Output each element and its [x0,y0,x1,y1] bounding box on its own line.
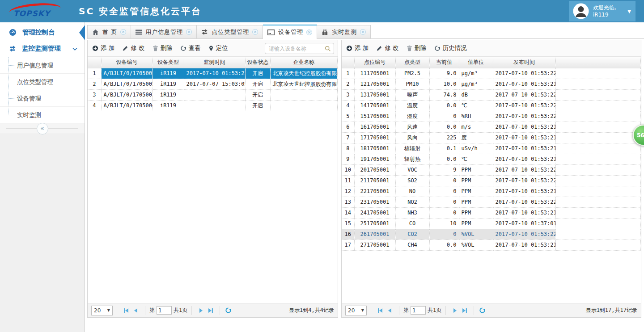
table-cell: 9.0 [429,68,459,79]
point-pagination: 20 ▼ 第 共1页 [342,303,641,317]
table-cell: 191705001 [354,154,395,164]
sidebar-item-point-type[interactable]: 点位类型管理 [0,74,85,90]
history-button[interactable]: 历史情况 [434,44,467,52]
sidebar-item-device-mgmt[interactable]: 设备管理 [0,90,85,107]
divider [191,306,192,315]
view-button[interactable]: 查看 [180,44,201,52]
table-row[interactable]: 15251705001CO10PPM2017-07-10 01:37:01 [342,218,641,229]
filler-cell [555,143,641,154]
table-row[interactable]: 17271705001CH40.0%VOL2017-07-10 01:53:21 [342,240,641,250]
collapse-sidebar-button[interactable]: « [37,123,48,134]
close-tab-icon[interactable]: × [186,29,192,35]
close-tab-icon[interactable]: × [252,29,258,35]
sidebar-item-user-info[interactable]: 用户信息管理 [0,57,85,74]
page-size-select[interactable]: 20 ▼ [345,306,367,315]
table-row[interactable]: 16261705001CO20%VOL2017-07-10 01:53:22 [342,229,641,240]
close-tab-icon[interactable]: × [306,29,312,35]
table-cell: 2017-07-10 01:53:21 [493,132,555,143]
table-row[interactable]: 13231705001NO20PPM2017-07-10 01:53:22 [342,197,641,207]
add-button[interactable]: 添 加 [346,44,369,52]
page-title: SC 安全监管信息化云平台 [79,5,202,17]
last-page-button[interactable] [462,307,468,314]
table-row[interactable]: 8181705001核辐射0.1uSv/h2017-07-10 01:53:21 [342,143,641,154]
table-row[interactable]: 3A/BJLT/0/1705003iR119开启 [88,89,338,100]
filler-cell [555,111,641,122]
point-table-area: 点位编号点类型当前值值单位发布时间1111705001PM2.59.0μg/m³… [342,57,641,303]
table-cell: %RH [459,111,493,122]
page-prefix-label: 第 [149,307,155,314]
table-row[interactable]: 4A/BJLT/0/1705004iR119开启 [88,100,338,111]
page-number-input[interactable] [411,306,426,315]
table-row[interactable]: 6161705001风速0.0m/s2017-07-10 01:53:21 [342,122,641,132]
tab-point-type[interactable]: 点位类型管理 × [197,25,263,38]
next-page-button[interactable] [198,307,204,314]
sidebar-collapse-bar: « [0,123,85,134]
next-page-button[interactable] [452,307,458,314]
first-page-button[interactable] [123,307,129,314]
delete-button[interactable]: 删除 [153,44,173,52]
table-row[interactable]: 3131705001噪声74.8dB2017-07-10 01:53:22 [342,89,641,100]
prev-page-icon [387,307,393,314]
table-cell: uSv/h [459,143,493,154]
edit-button[interactable]: 修 改 [122,44,144,52]
table-row[interactable]: 1A/BJLT/0/1705001iR1192017-07-10 01:53:2… [88,68,338,79]
delete-button[interactable]: 删除 [407,44,427,52]
user-menu[interactable]: 欢迎光临, iR119 ▼ [569,1,636,21]
table-cell: 开启 [245,89,270,100]
sidebar-item-realtime[interactable]: 实时监测 [0,107,85,123]
device-search-input[interactable] [265,46,325,52]
table-row[interactable]: 11211705001SO20PPM2017-07-10 01:53:22 [342,175,641,186]
row-number-cell: 17 [342,240,354,250]
tab-home[interactable]: 首 页 × [87,25,131,38]
prev-page-button[interactable] [387,307,393,314]
table-cell: PM10 [395,79,429,89]
table-cell: 2017-07-10 01:53:22 [184,68,245,79]
sidebar-monitor-label: 监控监测管理 [22,44,61,53]
table-cell: CH4 [395,240,429,250]
user-dropdown-caret-icon[interactable]: ▼ [627,9,631,14]
page-number-input[interactable] [157,306,172,315]
table-cell: 0 [429,111,459,122]
close-tab-icon[interactable]: × [120,29,126,35]
last-page-button[interactable] [208,307,214,314]
table-row[interactable]: 5151705001湿度0%RH2017-07-10 01:53:22 [342,111,641,122]
reload-button[interactable] [225,307,232,314]
device-table-area: 设备编号设备类型监测时间设备状态企业名称1A/BJLT/0/1705001iR1… [88,57,338,303]
add-button[interactable]: 添 加 [92,44,114,52]
filler-cell [555,218,641,229]
table-cell: NO2 [395,197,429,207]
table-cell: PPM [459,218,493,229]
column-header: 发布时间 [493,57,555,68]
search-icon[interactable] [325,46,331,52]
tab-user-info[interactable]: 用户信息管理 × [131,25,197,38]
prev-page-icon [133,307,139,314]
reload-icon [479,307,486,314]
sidebar-item-console[interactable]: 管理控制台 [0,25,85,40]
table-row[interactable]: 14241705001NH30PPM2017-07-10 01:53:21 [342,207,641,218]
table-row[interactable]: 1111705001PM2.59.0μg/m³2017-07-10 01:53:… [342,68,641,79]
close-tab-icon[interactable]: × [360,29,366,35]
tab-device-mgmt[interactable]: 设备管理 × [263,25,317,39]
prev-page-button[interactable] [133,307,139,314]
table-row[interactable]: 12221705001NO0PPM2017-07-10 01:53:21 [342,186,641,197]
page-size-select[interactable]: 20 ▼ [91,306,113,315]
locate-button[interactable]: 定位 [208,44,228,52]
welcome-text: 欢迎光临, iR119 [593,4,616,18]
first-page-button[interactable] [377,307,383,314]
table-row[interactable]: 2A/BJLT/0/1705002iR1192017-07-07 15:03:0… [88,79,338,89]
table-row[interactable]: 10201705001VOC9PPM2017-07-10 01:53:22 [342,164,641,175]
column-header: 点位编号 [354,57,395,68]
table-row[interactable]: 4141705001温度0.0℃2017-07-10 01:53:22 [342,100,641,111]
table-row[interactable]: 7171705001风向225度2017-07-10 01:53:21 [342,132,641,143]
trash-icon [407,45,412,51]
edit-button[interactable]: 修 改 [376,44,398,52]
table-row[interactable]: 2121705001PM1010.0μg/m³2017-07-10 01:53:… [342,79,641,89]
table-cell: 10 [429,218,459,229]
divider [371,306,371,315]
sidebar-item-monitor-group[interactable]: 监控监测管理 [0,40,85,57]
tab-realtime[interactable]: 实时监测 × [317,25,371,38]
table-row[interactable]: 9191705001辐射热0.0℃2017-07-10 01:53:21 [342,154,641,164]
filler-cell [555,197,641,207]
reload-button[interactable] [479,307,486,314]
table-cell: 0 [429,186,459,197]
